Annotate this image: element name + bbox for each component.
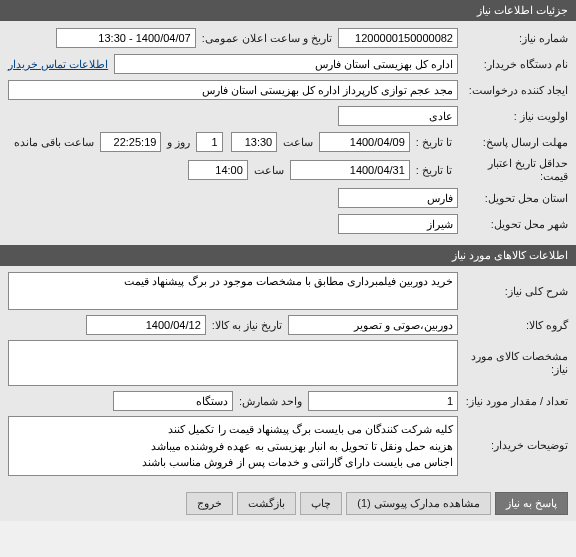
section1-body: شماره نیاز: 1200000150000082 تاریخ و ساع… xyxy=(0,21,576,245)
overall-desc-label: شرح کلی نیاز: xyxy=(458,285,568,298)
deadline-days-field: 1 xyxy=(196,132,222,152)
attachments-button[interactable]: مشاهده مدارک پیوستی (1) xyxy=(346,492,491,515)
need-date-label: تاریخ نیاز به کالا: xyxy=(206,319,288,332)
buyer-notes-label: توضیحات خریدار: xyxy=(458,439,568,452)
respond-button[interactable]: پاسخ به نیاز xyxy=(495,492,568,515)
deadline-sublabel4: ساعت باقی مانده xyxy=(8,136,100,149)
validity-sublabel2: ساعت xyxy=(248,164,290,177)
specs-label: مشخصات کالای مورد نیاز: xyxy=(458,350,568,376)
deadline-sublabel2: ساعت xyxy=(277,136,319,149)
group-field: دوربین،صوتی و تصویر xyxy=(288,315,458,335)
need-date-field: 1400/04/12 xyxy=(86,315,206,335)
validity-sublabel1: تا تاریخ : xyxy=(410,164,458,177)
validity-label: حداقل تاریخ اعتبار قیمت: xyxy=(458,157,568,183)
deadline-sublabel1: تا تاریخ : xyxy=(410,136,458,149)
need-number-label: شماره نیاز: xyxy=(458,32,568,45)
group-label: گروه کالا: xyxy=(458,319,568,332)
quantity-label: تعداد / مقدار مورد نیاز: xyxy=(458,395,568,408)
quantity-field: 1 xyxy=(308,391,458,411)
print-button[interactable]: چاپ xyxy=(300,492,342,515)
exit-button[interactable]: خروج xyxy=(186,492,233,515)
validity-date-field: 1400/04/31 xyxy=(290,160,410,180)
section1-header: جزئیات اطلاعات نیاز xyxy=(0,0,576,21)
need-number-field: 1200000150000082 xyxy=(338,28,458,48)
deadline-date-field: 1400/04/09 xyxy=(319,132,410,152)
delivery-city-label: شهر محل تحویل: xyxy=(458,218,568,231)
section2-header: اطلاعات کالاهای مورد نیاز xyxy=(0,245,576,266)
delivery-city-field: شیراز xyxy=(338,214,458,234)
overall-desc-field: خرید دوربین فیلمبرداری مطابق با مشخصات م… xyxy=(8,272,458,310)
requester-field: مجد عجم توازی کارپرداز اداره کل بهزیستی … xyxy=(8,80,458,100)
validity-time-field: 14:00 xyxy=(188,160,248,180)
priority-label: اولویت نیاز : xyxy=(458,110,568,123)
deadline-label: مهلت ارسال پاسخ: xyxy=(458,136,568,149)
back-button[interactable]: بازگشت xyxy=(237,492,296,515)
section2-body: شرح کلی نیاز: خرید دوربین فیلمبرداری مطا… xyxy=(0,266,576,486)
unit-label: واحد شمارش: xyxy=(233,395,308,408)
delivery-province-field: فارس xyxy=(338,188,458,208)
priority-field: عادی xyxy=(338,106,458,126)
unit-field: دستگاه xyxy=(113,391,233,411)
announce-label: تاریخ و ساعت اعلان عمومی: xyxy=(196,32,338,45)
contact-link[interactable]: اطلاعات تماس خریدار xyxy=(8,58,108,71)
announce-field: 1400/04/07 - 13:30 xyxy=(56,28,196,48)
buyer-notes-field: کلیه شرکت کنندگان می بایست برگ پیشنهاد ق… xyxy=(8,416,458,476)
deadline-time-field: 13:30 xyxy=(231,132,278,152)
deadline-remaining-field: 22:25:19 xyxy=(100,132,161,152)
buyer-org-field: اداره کل بهزیستی استان فارس xyxy=(114,54,458,74)
delivery-province-label: استان محل تحویل: xyxy=(458,192,568,205)
deadline-sublabel3: روز و xyxy=(161,136,196,149)
specs-field xyxy=(8,340,458,386)
requester-label: ایجاد کننده درخواست: xyxy=(458,84,568,97)
button-row: پاسخ به نیاز مشاهده مدارک پیوستی (1) چاپ… xyxy=(0,486,576,521)
buyer-org-label: نام دستگاه خریدار: xyxy=(458,58,568,71)
